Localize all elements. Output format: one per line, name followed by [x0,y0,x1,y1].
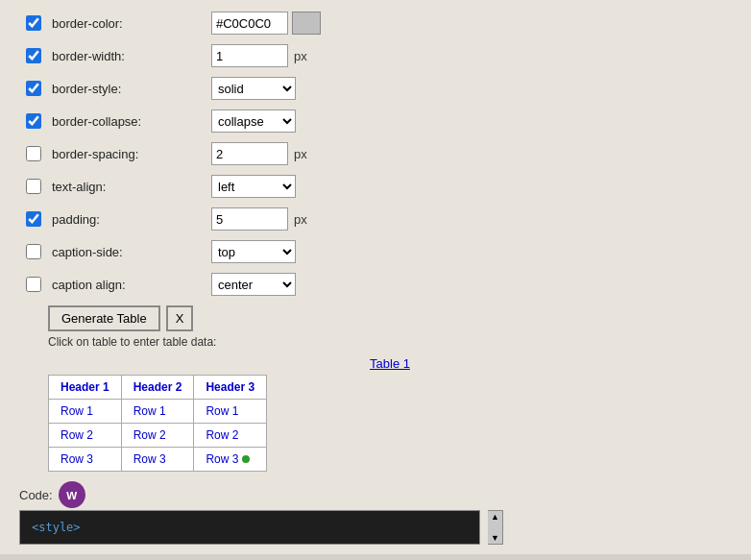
control-border-style: soliddasheddotteddoublenone [211,77,296,100]
checkbox-cell-border-width [19,48,48,63]
table-header[interactable]: Header 2 [121,376,194,400]
checkbox-cell-caption-align [19,277,48,292]
table-cell[interactable]: Row 1 [49,400,122,424]
property-row-caption-align: caption align:leftcenterright [19,271,732,298]
label-padding: padding: [48,212,211,227]
label-border-width: border-width: [48,49,211,63]
label-border-collapse: border-collapse: [48,114,211,129]
property-row-border-width: border-width:px [19,42,732,69]
checkbox-cell-padding [19,211,48,227]
table-head: Header 1Header 2Header 3 [49,376,267,400]
control-text-align: leftcenterrightjustify [211,175,296,198]
label-caption-side: caption-side: [48,245,211,259]
table-row: Row 1Row 1Row 1 [49,400,267,424]
code-label-text: Code: [19,488,53,502]
table-header[interactable]: Header 1 [49,376,122,400]
control-padding: px [211,207,307,231]
unit-px-border-spacing: px [294,147,307,161]
checkbox-cell-caption-side [19,244,48,259]
weebly-icon[interactable]: w [59,481,85,508]
unit-px-border-width: px [294,49,307,63]
table-header[interactable]: Header 3 [194,376,267,400]
control-border-spacing: px [211,142,307,165]
table-row: Row 3Row 3Row 3 [49,448,267,472]
checkbox-cell-text-align [19,179,48,194]
properties-container: border-color:border-width:pxborder-style… [19,10,732,298]
property-row-caption-side: caption-side:topbottom [19,238,732,265]
checkbox-text-align[interactable] [26,179,41,194]
property-row-border-color: border-color: [19,10,732,37]
property-row-padding: padding:px [19,206,732,232]
scroll-up-icon[interactable]: ▲ [490,511,500,523]
table-cell[interactable]: Row 3 [194,448,267,472]
checkbox-border-color[interactable] [26,15,41,31]
data-table: Header 1Header 2Header 3 Row 1Row 1Row 1… [48,375,267,472]
color-swatch-border-color[interactable] [292,12,321,35]
table-row: Row 2Row 2Row 2 [49,424,267,448]
checkbox-cell-border-style [19,81,48,96]
text-input-border-width[interactable] [211,44,288,67]
checkbox-border-spacing[interactable] [26,146,41,161]
main-container: border-color:border-width:pxborder-style… [0,0,751,554]
select-border-collapse[interactable]: collapseseparate [211,110,296,133]
table-cell[interactable]: Row 1 [194,400,267,424]
select-border-style[interactable]: soliddasheddotteddoublenone [211,77,296,100]
click-hint: Click on table to enter table data: [48,335,732,349]
checkbox-caption-side[interactable] [26,244,41,259]
property-row-border-collapse: border-collapse:collapseseparate [19,108,732,134]
select-caption-side[interactable]: topbottom [211,240,296,263]
text-input-padding[interactable] [211,207,288,231]
text-input-border-spacing[interactable] [211,142,288,165]
control-border-collapse: collapseseparate [211,110,296,133]
table-cell[interactable]: Row 2 [194,424,267,448]
checkbox-border-width[interactable] [26,48,41,63]
table-cell[interactable]: Row 3 [121,448,194,472]
checkbox-cell-border-color [19,15,48,31]
table-cell[interactable]: Row 3 [49,448,122,472]
checkbox-cell-border-collapse [19,113,48,129]
table-cell[interactable]: Row 1 [121,400,194,424]
select-text-align[interactable]: leftcenterrightjustify [211,175,296,198]
label-text-align: text-align: [48,180,211,194]
label-border-spacing: border-spacing: [48,147,211,161]
code-input-area: <style> [19,510,480,545]
table-section: Table 1 Header 1Header 2Header 3 Row 1Ro… [48,356,732,472]
code-label-row: Code: w [19,481,732,508]
code-bottom-row: <style> ▲ ▼ [19,510,732,545]
checkbox-caption-align[interactable] [26,277,41,292]
control-caption-align: leftcenterright [211,273,296,296]
control-border-width: px [211,44,307,67]
checkbox-border-style[interactable] [26,81,41,96]
checkbox-border-collapse[interactable] [26,113,41,129]
checkbox-cell-border-spacing [19,146,48,161]
table-cell[interactable]: Row 2 [49,424,122,448]
label-caption-align: caption align: [48,278,211,292]
table-title[interactable]: Table 1 [48,356,732,371]
label-border-color: border-color: [48,16,211,31]
scroll-down-icon[interactable]: ▼ [490,532,500,544]
property-row-text-align: text-align:leftcenterrightjustify [19,173,732,200]
code-tag: <style> [26,517,86,538]
checkbox-padding[interactable] [26,211,41,227]
control-border-color [211,12,321,35]
control-caption-side: topbottom [211,240,296,263]
property-row-border-spacing: border-spacing:px [19,140,732,167]
color-text-border-color[interactable] [211,12,288,35]
x-button[interactable]: X [166,305,194,331]
buttons-row: Generate Table X [48,305,732,331]
table-cell[interactable]: Row 2 [121,424,194,448]
code-section: Code: w <style> ▲ ▼ [19,481,732,545]
property-row-border-style: border-style:soliddasheddotteddoublenone [19,75,732,102]
label-border-style: border-style: [48,82,211,96]
generate-table-button[interactable]: Generate Table [48,305,160,331]
select-caption-align[interactable]: leftcenterright [211,273,296,296]
code-scrollbar[interactable]: ▲ ▼ [488,510,503,545]
unit-px-padding: px [294,212,307,227]
table-body: Row 1Row 1Row 1Row 2Row 2Row 2Row 3Row 3… [49,400,267,472]
cell-dot-icon [242,455,250,463]
